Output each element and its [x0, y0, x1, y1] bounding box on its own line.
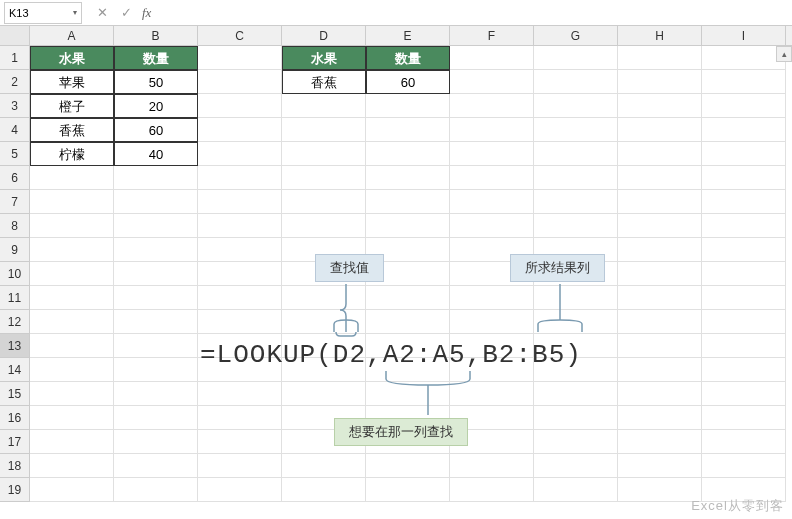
- cell[interactable]: [366, 118, 450, 142]
- row-header[interactable]: 5: [0, 142, 30, 166]
- cell[interactable]: [702, 118, 786, 142]
- cell[interactable]: [282, 382, 366, 406]
- cell[interactable]: 20: [114, 94, 198, 118]
- cell[interactable]: [198, 94, 282, 118]
- cell[interactable]: [534, 142, 618, 166]
- cell[interactable]: [114, 406, 198, 430]
- formula-input[interactable]: [163, 3, 792, 23]
- cell[interactable]: [198, 262, 282, 286]
- col-header-a[interactable]: A: [30, 26, 114, 45]
- cell[interactable]: 柠檬: [30, 142, 114, 166]
- cell[interactable]: [366, 454, 450, 478]
- row-header[interactable]: 4: [0, 118, 30, 142]
- cell[interactable]: [534, 478, 618, 502]
- cell[interactable]: [534, 214, 618, 238]
- cell[interactable]: [114, 262, 198, 286]
- cell[interactable]: [702, 406, 786, 430]
- cell[interactable]: [366, 166, 450, 190]
- cell[interactable]: [282, 190, 366, 214]
- cell[interactable]: [30, 454, 114, 478]
- cell[interactable]: [534, 406, 618, 430]
- row-header[interactable]: 16: [0, 406, 30, 430]
- cell[interactable]: [30, 190, 114, 214]
- row-header[interactable]: 18: [0, 454, 30, 478]
- cell[interactable]: [618, 310, 702, 334]
- name-box-dropdown-icon[interactable]: ▾: [73, 8, 77, 17]
- cell[interactable]: [30, 406, 114, 430]
- row-header[interactable]: 10: [0, 262, 30, 286]
- cell[interactable]: [618, 334, 702, 358]
- cell[interactable]: [618, 118, 702, 142]
- cell[interactable]: [618, 214, 702, 238]
- cell[interactable]: [282, 454, 366, 478]
- cell[interactable]: [450, 478, 534, 502]
- cell[interactable]: [366, 478, 450, 502]
- cell[interactable]: [702, 142, 786, 166]
- cell[interactable]: [198, 166, 282, 190]
- cell[interactable]: [114, 166, 198, 190]
- cell[interactable]: [702, 358, 786, 382]
- cell[interactable]: [702, 190, 786, 214]
- row-header[interactable]: 19: [0, 478, 30, 502]
- cell[interactable]: [450, 94, 534, 118]
- cell[interactable]: [702, 310, 786, 334]
- cell[interactable]: 60: [114, 118, 198, 142]
- cell[interactable]: [618, 406, 702, 430]
- cell[interactable]: [30, 214, 114, 238]
- col-header-d[interactable]: D: [282, 26, 366, 45]
- cell[interactable]: [114, 358, 198, 382]
- row-header[interactable]: 17: [0, 430, 30, 454]
- cell[interactable]: [450, 310, 534, 334]
- cell[interactable]: [114, 310, 198, 334]
- cell[interactable]: 40: [114, 142, 198, 166]
- cell[interactable]: [618, 358, 702, 382]
- cell[interactable]: [618, 142, 702, 166]
- cell[interactable]: [282, 478, 366, 502]
- row-header[interactable]: 8: [0, 214, 30, 238]
- cell[interactable]: [198, 478, 282, 502]
- col-header-e[interactable]: E: [366, 26, 450, 45]
- col-header-c[interactable]: C: [198, 26, 282, 45]
- cell[interactable]: 数量: [114, 46, 198, 70]
- cell[interactable]: [450, 454, 534, 478]
- cell[interactable]: [534, 454, 618, 478]
- cell[interactable]: [702, 70, 786, 94]
- cell[interactable]: [450, 190, 534, 214]
- cell[interactable]: [618, 238, 702, 262]
- cell[interactable]: [366, 214, 450, 238]
- cell[interactable]: 水果: [30, 46, 114, 70]
- confirm-icon[interactable]: ✓: [118, 5, 134, 20]
- row-header[interactable]: 3: [0, 94, 30, 118]
- cell[interactable]: [702, 46, 786, 70]
- cancel-icon[interactable]: ✕: [94, 5, 110, 20]
- cell[interactable]: [534, 382, 618, 406]
- cell[interactable]: [534, 190, 618, 214]
- cell[interactable]: [282, 94, 366, 118]
- cell[interactable]: [450, 118, 534, 142]
- cell[interactable]: [702, 286, 786, 310]
- cell[interactable]: [198, 406, 282, 430]
- cell[interactable]: [114, 454, 198, 478]
- cell[interactable]: [198, 46, 282, 70]
- col-header-i[interactable]: I: [702, 26, 786, 45]
- cell[interactable]: [450, 214, 534, 238]
- cell[interactable]: [30, 166, 114, 190]
- cell[interactable]: [366, 286, 450, 310]
- cell[interactable]: 50: [114, 70, 198, 94]
- cell[interactable]: [618, 454, 702, 478]
- row-header[interactable]: 13: [0, 334, 30, 358]
- name-box[interactable]: K13 ▾: [4, 2, 82, 24]
- cell[interactable]: 60: [366, 70, 450, 94]
- cell[interactable]: [618, 94, 702, 118]
- cell[interactable]: [534, 94, 618, 118]
- cell[interactable]: [198, 190, 282, 214]
- cell[interactable]: [114, 286, 198, 310]
- cell[interactable]: [114, 334, 198, 358]
- cell[interactable]: [30, 430, 114, 454]
- cell[interactable]: [702, 334, 786, 358]
- cell[interactable]: [30, 310, 114, 334]
- cell[interactable]: [534, 118, 618, 142]
- cell[interactable]: [534, 46, 618, 70]
- row-header[interactable]: 15: [0, 382, 30, 406]
- cell[interactable]: [114, 478, 198, 502]
